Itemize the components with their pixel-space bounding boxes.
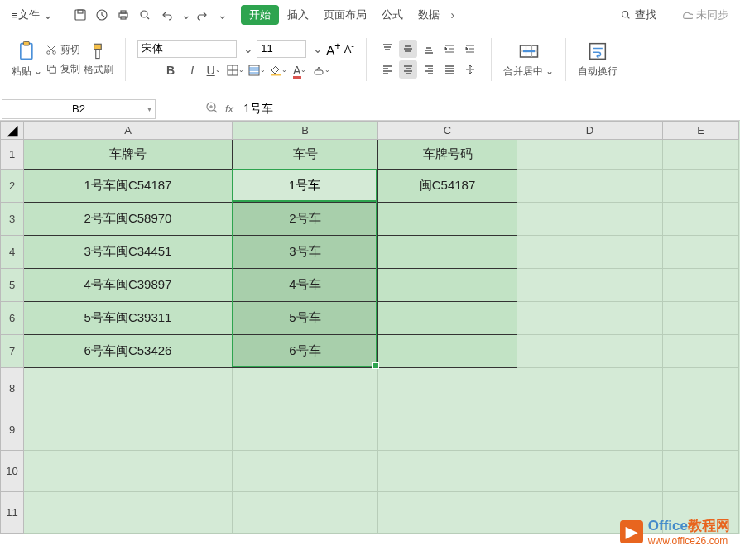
cell-C1[interactable]: 车牌号码 (378, 140, 517, 170)
copy-button[interactable]: 复制 (46, 62, 80, 76)
col-header-B[interactable]: B (233, 122, 378, 140)
cell-E9[interactable] (663, 409, 739, 451)
cell-C11[interactable] (378, 492, 517, 534)
cell-E6[interactable] (663, 302, 739, 335)
print-preview-icon[interactable] (92, 5, 112, 25)
cut-button[interactable]: 剪切 (46, 43, 80, 57)
select-all-corner[interactable]: ◢ (1, 122, 24, 140)
cell-A6[interactable]: 5号车闽C39311 (24, 302, 233, 335)
cell-C9[interactable] (378, 409, 517, 451)
cell-A9[interactable] (24, 409, 233, 451)
save-icon[interactable] (70, 5, 90, 25)
cell-D6[interactable] (517, 302, 663, 335)
cell-B1[interactable]: 车号 (233, 140, 378, 170)
cell-D3[interactable] (517, 203, 663, 236)
sync-button[interactable]: 未同步 (675, 5, 735, 25)
cell-A11[interactable] (24, 492, 233, 534)
format-brush-button[interactable]: 格式刷 (84, 41, 113, 77)
tab-start[interactable]: 开始 (241, 5, 279, 25)
cell-B3[interactable]: 2号车 (233, 203, 378, 236)
row-header-3[interactable]: 3 (1, 203, 24, 236)
tab-insert[interactable]: 插入 (281, 5, 315, 25)
cell-E4[interactable] (663, 236, 739, 269)
cell-E5[interactable] (663, 269, 739, 302)
fill-pattern-icon[interactable]: ⌄ (247, 61, 266, 79)
cell-A5[interactable]: 4号车闽C39897 (24, 269, 233, 302)
cell-B8[interactable] (233, 368, 378, 409)
grid[interactable]: ◢ A B C D E 1 车牌号 车号 车牌号码 2 1号车闽C54187 1… (0, 121, 739, 534)
cell-E3[interactable] (663, 203, 739, 236)
increase-font-icon[interactable]: A+ (326, 41, 340, 57)
increase-indent-icon[interactable] (461, 40, 479, 58)
wrap-text-button[interactable]: 自动换行 (578, 40, 617, 79)
align-center-icon[interactable] (399, 60, 417, 79)
fx-icon[interactable]: fx (225, 103, 233, 115)
cell-A3[interactable]: 2号车闽C58970 (24, 203, 233, 236)
cell-D2[interactable] (517, 170, 663, 203)
cell-C7[interactable] (378, 335, 517, 368)
font-dropdown-icon[interactable]: ⌄ (243, 42, 253, 55)
cell-B10[interactable] (233, 451, 378, 492)
align-top-icon[interactable] (378, 40, 396, 58)
cell-D9[interactable] (517, 409, 663, 451)
font-color-icon[interactable]: A⌄ (291, 61, 309, 79)
row-header-9[interactable]: 9 (1, 409, 24, 451)
search-button[interactable]: 查找 (613, 5, 663, 25)
cell-E2[interactable] (663, 170, 739, 203)
row-header-10[interactable]: 10 (1, 451, 24, 492)
cell-E10[interactable] (663, 451, 739, 492)
cell-E8[interactable] (663, 368, 739, 409)
decrease-indent-icon[interactable] (440, 40, 459, 58)
cell-B5[interactable]: 4号车 (233, 269, 378, 302)
orientation-icon[interactable] (461, 60, 479, 79)
tab-layout[interactable]: 页面布局 (317, 5, 373, 25)
cell-C4[interactable] (378, 236, 517, 269)
align-left-icon[interactable] (378, 60, 396, 79)
cell-B7[interactable]: 6号车 (233, 335, 378, 368)
name-box[interactable]: B2▾ (2, 99, 156, 119)
file-menu[interactable]: ≡ 文件 ⌄ (5, 5, 60, 25)
align-right-icon[interactable] (420, 60, 438, 79)
cell-E7[interactable] (663, 335, 739, 368)
zoom-icon[interactable] (205, 101, 219, 117)
row-header-1[interactable]: 1 (1, 140, 24, 170)
merge-center-button[interactable]: 合并居中 ⌄ (503, 40, 554, 79)
col-header-C[interactable]: C (378, 122, 517, 140)
redo-dropdown-icon[interactable]: ⌄ (218, 8, 228, 22)
font-name-select[interactable] (137, 40, 237, 58)
cell-A1[interactable]: 车牌号 (24, 140, 233, 170)
cell-C10[interactable] (378, 451, 517, 492)
align-bottom-icon[interactable] (420, 40, 438, 58)
cell-C2[interactable]: 闽C54187 (378, 170, 517, 203)
row-header-5[interactable]: 5 (1, 269, 24, 302)
italic-icon[interactable]: I (183, 61, 201, 79)
cell-D10[interactable] (517, 451, 663, 492)
undo-dropdown-icon[interactable]: ⌄ (181, 8, 191, 22)
justify-icon[interactable] (440, 60, 459, 79)
font-size-select[interactable] (257, 40, 306, 58)
cell-B9[interactable] (233, 409, 378, 451)
cell-B11[interactable] (233, 492, 378, 534)
cell-A2[interactable]: 1号车闽C54187 (24, 170, 233, 203)
cell-C8[interactable] (378, 368, 517, 409)
row-header-2[interactable]: 2 (1, 170, 24, 203)
cell-A4[interactable]: 3号车闽C34451 (24, 236, 233, 269)
bold-icon[interactable]: B (161, 61, 180, 79)
row-header-11[interactable]: 11 (1, 492, 24, 534)
size-dropdown-icon[interactable]: ⌄ (313, 42, 323, 55)
preview-icon[interactable] (135, 5, 155, 25)
col-header-A[interactable]: A (24, 122, 233, 140)
row-header-4[interactable]: 4 (1, 236, 24, 269)
tab-data[interactable]: 数据 (411, 5, 446, 25)
undo-icon[interactable] (156, 5, 176, 25)
border-icon[interactable]: ⌄ (226, 61, 244, 79)
cell-D4[interactable] (517, 236, 663, 269)
decrease-font-icon[interactable]: A- (344, 41, 354, 55)
fill-color-icon[interactable]: ⌄ (269, 61, 287, 79)
tab-formula[interactable]: 公式 (375, 5, 410, 25)
cell-B2[interactable]: 1号车 (233, 170, 378, 203)
paste-button[interactable]: 粘贴 ⌄ (12, 40, 42, 79)
row-header-7[interactable]: 7 (1, 335, 24, 368)
row-header-6[interactable]: 6 (1, 302, 24, 335)
cell-D5[interactable] (517, 269, 663, 302)
